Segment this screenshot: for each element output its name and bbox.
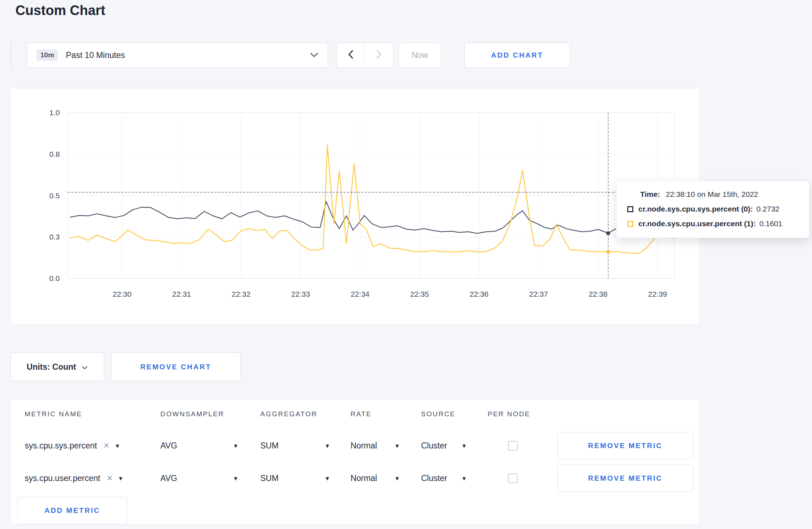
caret-down-icon: ▾ (325, 442, 329, 449)
chevron-left-icon (348, 50, 353, 60)
source-value: Cluster (421, 441, 447, 451)
tooltip-series-value: 0.2732 (757, 205, 779, 213)
add-metric-button[interactable]: ADD METRIC (18, 497, 127, 524)
time-range-dropdown[interactable]: 10m Past 10 Minutes (27, 43, 328, 68)
svg-text:0.8: 0.8 (49, 150, 60, 158)
col-header-per-node: PER NODE (488, 410, 538, 418)
metric-select[interactable]: sys.cpu.sys.percent × ▾ (25, 431, 119, 460)
svg-text:0.5: 0.5 (49, 191, 60, 200)
clear-metric-icon[interactable]: × (103, 441, 109, 451)
svg-text:22:36: 22:36 (470, 290, 489, 298)
chart-svg[interactable]: 22:3022:3122:3222:3322:3422:3522:3622:37… (11, 88, 700, 325)
svg-text:22:39: 22:39 (648, 290, 667, 298)
aggregator-select[interactable]: SUM ▾ (260, 464, 329, 492)
tooltip-series-name: cr.node.sys.cpu.sys.percent (0): (638, 205, 753, 213)
svg-text:1.0: 1.0 (49, 108, 60, 117)
table-row: sys.cpu.user.percent × ▾ AVG ▾ SUM ▾ Nor… (11, 464, 699, 492)
caret-down-icon: ▾ (395, 475, 399, 482)
downsampler-select[interactable]: AVG ▾ (160, 431, 237, 460)
chevron-down-icon (310, 53, 318, 58)
per-node-cell (488, 431, 538, 460)
clear-metric-icon[interactable]: × (107, 473, 112, 483)
tooltip-time: Time: 22:38:10 on Mar 15th, 2022 (627, 190, 799, 199)
per-node-checkbox[interactable] (508, 474, 518, 483)
col-header-downsampler: DOWNSAMPLER (160, 410, 224, 418)
rate-value: Normal (351, 441, 377, 451)
add-chart-button[interactable]: ADD CHART (464, 43, 570, 68)
caret-down-icon: ▾ (325, 475, 329, 482)
svg-text:0.3: 0.3 (49, 233, 60, 241)
aggregator-value: SUM (260, 441, 279, 451)
metrics-table: METRIC NAME DOWNSAMPLER AGGREGATOR RATE … (10, 399, 700, 524)
chart-card: 22:3022:3122:3222:3322:3422:3522:3622:37… (10, 88, 700, 324)
action-cell: REMOVE METRIC (557, 464, 693, 492)
col-header-source: SOURCE (421, 410, 455, 418)
svg-text:22:31: 22:31 (172, 290, 191, 298)
caret-down-icon: ▾ (119, 475, 122, 482)
rate-select[interactable]: Normal ▾ (351, 431, 399, 460)
source-select[interactable]: Cluster ▾ (421, 464, 466, 492)
tooltip-series-row: cr.node.sys.cpu.sys.percent (0): 0.2732 (627, 205, 799, 213)
table-row: sys.cpu.sys.percent × ▾ AVG ▾ SUM ▾ Norm… (11, 431, 699, 460)
time-range-badge: 10m (37, 49, 58, 61)
remove-metric-button[interactable]: REMOVE METRIC (557, 465, 693, 492)
series-user-swatch-icon (627, 221, 633, 227)
tooltip-time-label: Time: (640, 190, 660, 198)
caret-down-icon: ▾ (234, 442, 237, 449)
rate-value: Normal (351, 474, 377, 483)
aggregator-value: SUM (260, 474, 279, 483)
svg-text:22:37: 22:37 (529, 290, 548, 298)
chevron-down-icon (82, 362, 88, 372)
caret-down-icon: ▾ (116, 442, 119, 449)
custom-chart-page: Custom Chart 10m Past 10 Minutes Now ADD… (0, 0, 812, 529)
prev-range-button[interactable] (337, 43, 365, 68)
remove-chart-button[interactable]: REMOVE CHART (111, 353, 241, 381)
metric-select[interactable]: sys.cpu.user.percent × ▾ (25, 464, 122, 492)
remove-metric-button[interactable]: REMOVE METRIC (557, 432, 693, 459)
svg-text:22:32: 22:32 (232, 290, 251, 298)
svg-text:22:33: 22:33 (291, 290, 310, 298)
chart-tooltip: Time: 22:38:10 on Mar 15th, 2022 cr.node… (616, 181, 809, 238)
action-cell: REMOVE METRIC (557, 431, 693, 460)
caret-down-icon: ▾ (462, 475, 466, 482)
time-range-label: Past 10 Minutes (66, 50, 125, 60)
tooltip-series-row: cr.node.sys.cpu.user.percent (1): 0.1601 (627, 219, 799, 228)
chevron-right-icon (376, 50, 382, 60)
downsampler-value: AVG (160, 474, 177, 483)
col-header-aggregator: AGGREGATOR (260, 410, 317, 418)
rate-select[interactable]: Normal ▾ (351, 464, 399, 492)
svg-text:22:34: 22:34 (351, 290, 369, 298)
source-value: Cluster (421, 474, 447, 483)
svg-text:0.0: 0.0 (49, 274, 60, 282)
per-node-checkbox[interactable] (508, 441, 518, 451)
tooltip-time-value: 22:38:10 on Mar 15th, 2022 (666, 190, 758, 198)
aggregator-select[interactable]: SUM ▾ (260, 431, 329, 460)
col-header-metric-name: METRIC NAME (25, 410, 82, 418)
col-header-rate: RATE (351, 410, 372, 418)
svg-text:22:30: 22:30 (113, 290, 132, 298)
page-title: Custom Chart (15, 3, 105, 18)
units-label: Units: Count (27, 362, 76, 372)
units-dropdown[interactable]: Units: Count (10, 353, 104, 381)
caret-down-icon: ▾ (234, 475, 237, 482)
source-select[interactable]: Cluster ▾ (421, 431, 466, 460)
caret-down-icon: ▾ (395, 442, 399, 449)
per-node-cell (488, 464, 538, 492)
metric-name: sys.cpu.sys.percent (25, 441, 97, 451)
caret-down-icon: ▾ (462, 442, 466, 449)
series-sys-swatch-icon (627, 206, 633, 212)
next-range-button[interactable] (364, 43, 393, 68)
toolbar-divider (11, 43, 11, 68)
tooltip-series-name: cr.node.sys.cpu.user.percent (1): (638, 219, 756, 228)
tooltip-series-value: 0.1601 (759, 219, 782, 228)
svg-text:22:38: 22:38 (589, 290, 608, 298)
svg-text:22:35: 22:35 (410, 290, 429, 298)
metric-name: sys.cpu.user.percent (25, 474, 100, 483)
now-button[interactable]: Now (399, 43, 441, 68)
downsampler-select[interactable]: AVG ▾ (160, 464, 237, 492)
downsampler-value: AVG (160, 441, 177, 451)
